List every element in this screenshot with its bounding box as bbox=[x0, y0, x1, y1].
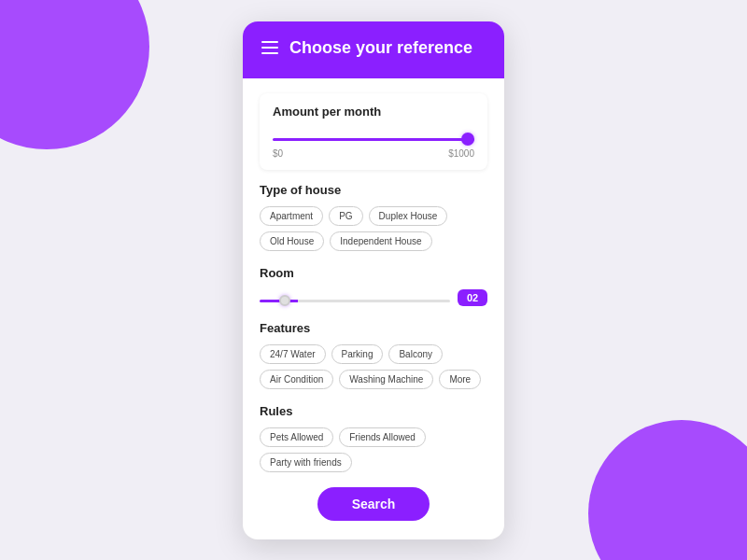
card-title: Choose your reference bbox=[289, 38, 472, 58]
tag-pg[interactable]: PG bbox=[329, 206, 362, 226]
card-body: Amount per month $0 $1000 Type of house … bbox=[243, 78, 504, 539]
amount-label: Amount per month bbox=[273, 105, 474, 119]
tag-apartment[interactable]: Apartment bbox=[260, 206, 323, 226]
rules-tags: Pets Allowed Friends Allowed Party with … bbox=[260, 427, 487, 472]
amount-section: Amount per month $0 $1000 bbox=[260, 93, 487, 170]
tag-washing[interactable]: Washing Machine bbox=[339, 370, 433, 389]
rules-section: Rules Pets Allowed Friends Allowed Party… bbox=[260, 404, 487, 472]
card-header: Choose your reference bbox=[243, 21, 504, 78]
tag-balcony[interactable]: Balcony bbox=[388, 344, 443, 364]
rules-label: Rules bbox=[260, 404, 487, 418]
room-slider[interactable] bbox=[260, 300, 450, 302]
blob-top-left bbox=[0, 0, 149, 149]
blob-bottom-right bbox=[588, 420, 747, 560]
house-type-section: Type of house Apartment PG Duplex House … bbox=[260, 183, 487, 251]
house-type-tags: Apartment PG Duplex House Old House Inde… bbox=[260, 206, 487, 251]
tag-parking[interactable]: Parking bbox=[331, 344, 384, 364]
tag-independent[interactable]: Independent House bbox=[330, 231, 431, 251]
tag-pets[interactable]: Pets Allowed bbox=[260, 427, 333, 447]
features-section: Features 24/7 Water Parking Balcony Air … bbox=[260, 321, 487, 389]
amount-slider[interactable] bbox=[273, 138, 474, 141]
room-section: Room 02 bbox=[260, 266, 487, 306]
tag-more[interactable]: More bbox=[439, 370, 481, 389]
tag-aircondition[interactable]: Air Condition bbox=[260, 370, 333, 389]
main-card: Choose your reference Amount per month $… bbox=[243, 21, 504, 539]
tag-water[interactable]: 24/7 Water bbox=[260, 344, 326, 364]
search-button[interactable]: Search bbox=[317, 487, 430, 521]
features-tags: 24/7 Water Parking Balcony Air Condition… bbox=[260, 344, 487, 389]
tag-party[interactable]: Party with friends bbox=[260, 453, 352, 472]
room-badge: 02 bbox=[458, 289, 487, 306]
hamburger-icon[interactable] bbox=[261, 41, 278, 54]
tag-friends[interactable]: Friends Allowed bbox=[339, 427, 426, 447]
amount-max: $1000 bbox=[448, 148, 474, 159]
features-label: Features bbox=[260, 321, 487, 335]
tag-old-house[interactable]: Old House bbox=[260, 231, 324, 251]
house-type-label: Type of house bbox=[260, 183, 487, 197]
room-track bbox=[260, 289, 450, 306]
room-slider-row: 02 bbox=[260, 289, 487, 306]
tag-duplex[interactable]: Duplex House bbox=[369, 206, 448, 226]
room-label: Room bbox=[260, 266, 487, 280]
amount-min: $0 bbox=[273, 148, 283, 159]
amount-range: $0 $1000 bbox=[273, 148, 474, 159]
